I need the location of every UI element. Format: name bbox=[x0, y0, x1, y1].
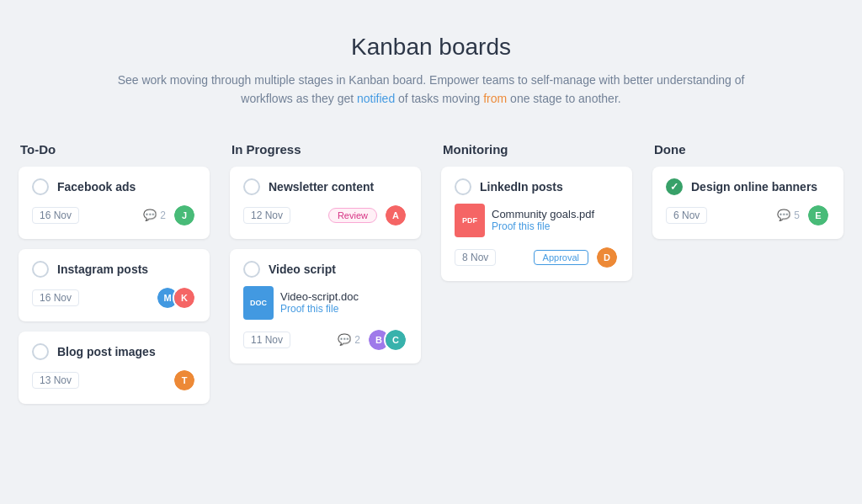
column-monitoring: MonitoringLinkedIn postsPDFCommunity goa… bbox=[441, 142, 632, 291]
card-meta: T bbox=[173, 369, 196, 392]
file-attachment: PDFCommunity goals.pdfProof this file bbox=[455, 204, 619, 237]
card-meta: ApprovalD bbox=[534, 246, 619, 269]
card-checkbox[interactable] bbox=[32, 261, 49, 278]
card-meta: 💬2BC bbox=[338, 328, 407, 352]
card-date: 11 Nov bbox=[243, 332, 290, 348]
card-title: Video script bbox=[269, 263, 336, 276]
card-meta: 💬2J bbox=[143, 204, 196, 227]
card-title: Blog post images bbox=[57, 345, 156, 358]
comment-icon: 💬 bbox=[143, 209, 157, 221]
avatar-stack: D bbox=[595, 246, 619, 269]
card-title: Newsletter content bbox=[269, 180, 374, 194]
card-footer: 16 Nov💬2J bbox=[32, 204, 196, 227]
card-title-row: LinkedIn posts bbox=[455, 178, 619, 195]
avatar-img: C bbox=[386, 330, 406, 350]
card-title: Design online banners bbox=[691, 180, 817, 194]
column-header-in-progress: In Progress bbox=[230, 142, 421, 157]
avatar-img: J bbox=[174, 205, 194, 225]
card-title-row: Newsletter content bbox=[243, 178, 407, 195]
column-todo: To-DoFacebook ads16 Nov💬2JInstagram post… bbox=[19, 142, 210, 414]
column-in-progress: In ProgressNewsletter content12 NovRevie… bbox=[230, 142, 421, 374]
card-newsletter-content[interactable]: Newsletter content12 NovReviewA bbox=[230, 167, 421, 239]
card-title-row: Blog post images bbox=[32, 343, 196, 360]
card-checkbox[interactable] bbox=[32, 178, 49, 195]
card-title-row: Video script bbox=[243, 261, 407, 278]
file-name: Community goals.pdf bbox=[492, 208, 594, 220]
avatar-img: D bbox=[597, 247, 617, 268]
card-title: LinkedIn posts bbox=[480, 180, 563, 194]
comment-icon: 💬 bbox=[338, 333, 351, 346]
card-date: 8 Nov bbox=[455, 249, 496, 266]
file-attachment: DOCVideo-script.docProof this file bbox=[243, 286, 407, 320]
card-facebook-ads[interactable]: Facebook ads16 Nov💬2J bbox=[19, 167, 210, 239]
card-title-row: Design online banners bbox=[666, 178, 830, 195]
comment-number: 5 bbox=[794, 210, 800, 221]
avatar: K bbox=[173, 286, 196, 310]
card-date: 6 Nov bbox=[666, 207, 707, 224]
comment-count: 💬2 bbox=[338, 333, 360, 346]
comment-icon: 💬 bbox=[777, 209, 790, 221]
card-design-online-banners[interactable]: Design online banners6 Nov💬5E bbox=[652, 167, 843, 239]
file-link[interactable]: Proof this file bbox=[280, 303, 359, 315]
card-checkbox[interactable] bbox=[666, 178, 683, 195]
card-meta: MK bbox=[156, 286, 196, 310]
avatar-img: T bbox=[174, 370, 194, 390]
badge-review: Review bbox=[328, 208, 377, 223]
highlight-from: from bbox=[483, 92, 507, 105]
highlight-notified: notified bbox=[357, 92, 395, 105]
doc-icon: DOC bbox=[243, 286, 274, 320]
comment-number: 2 bbox=[160, 210, 166, 221]
card-footer: 16 NovMK bbox=[32, 286, 196, 310]
card-title-row: Instagram posts bbox=[32, 261, 196, 278]
avatar-stack: J bbox=[173, 204, 196, 227]
file-info: Community goals.pdfProof this file bbox=[492, 208, 594, 232]
kanban-board: To-DoFacebook ads16 Nov💬2JInstagram post… bbox=[19, 142, 843, 414]
avatar: C bbox=[384, 328, 407, 352]
page-header: Kanban boards See work moving through mu… bbox=[103, 34, 759, 109]
card-blog-post-images[interactable]: Blog post images13 NovT bbox=[19, 332, 210, 404]
card-linkedin-posts[interactable]: LinkedIn postsPDFCommunity goals.pdfProo… bbox=[441, 167, 632, 281]
column-header-todo: To-Do bbox=[19, 142, 210, 157]
card-meta: 💬5E bbox=[777, 204, 830, 227]
avatar: T bbox=[173, 369, 196, 392]
file-name: Video-script.doc bbox=[280, 290, 359, 303]
avatar-stack: A bbox=[384, 204, 407, 227]
card-date: 12 Nov bbox=[243, 207, 290, 224]
avatar-img: A bbox=[386, 205, 406, 225]
comment-count: 💬5 bbox=[777, 209, 800, 221]
card-checkbox[interactable] bbox=[32, 343, 49, 360]
column-header-monitoring: Monitoring bbox=[441, 142, 632, 157]
avatar-stack: T bbox=[173, 369, 196, 392]
comment-count: 💬2 bbox=[143, 209, 166, 221]
card-footer: 11 Nov💬2BC bbox=[243, 328, 407, 352]
avatar-img: K bbox=[174, 288, 194, 308]
page-subtitle: See work moving through multiple stages … bbox=[103, 71, 759, 109]
card-checkbox[interactable] bbox=[455, 178, 471, 195]
avatar: D bbox=[595, 246, 619, 269]
card-footer: 6 Nov💬5E bbox=[666, 204, 830, 227]
card-checkbox[interactable] bbox=[243, 178, 260, 195]
file-link[interactable]: Proof this file bbox=[492, 220, 594, 232]
card-video-script[interactable]: Video scriptDOCVideo-script.docProof thi… bbox=[230, 249, 421, 363]
card-meta: ReviewA bbox=[328, 204, 407, 227]
file-info: Video-script.docProof this file bbox=[280, 290, 359, 315]
badge-approval: Approval bbox=[534, 250, 588, 265]
avatar: A bbox=[384, 204, 407, 227]
card-date: 16 Nov bbox=[32, 207, 79, 224]
pdf-icon: PDF bbox=[455, 204, 485, 237]
card-title-row: Facebook ads bbox=[32, 178, 196, 195]
page-title: Kanban boards bbox=[103, 34, 759, 61]
avatar-stack: MK bbox=[156, 286, 196, 310]
card-footer: 12 NovReviewA bbox=[243, 204, 407, 227]
card-instagram-posts[interactable]: Instagram posts16 NovMK bbox=[19, 249, 210, 321]
card-title: Facebook ads bbox=[57, 180, 136, 194]
card-footer: 13 NovT bbox=[32, 369, 196, 392]
avatar-stack: BC bbox=[367, 328, 407, 352]
avatar: J bbox=[173, 204, 196, 227]
card-checkbox[interactable] bbox=[243, 261, 260, 278]
avatar-stack: E bbox=[806, 204, 830, 227]
avatar-img: E bbox=[808, 205, 828, 225]
card-footer: 8 NovApprovalD bbox=[455, 246, 619, 269]
comment-number: 2 bbox=[354, 334, 360, 346]
card-date: 13 Nov bbox=[32, 372, 79, 389]
